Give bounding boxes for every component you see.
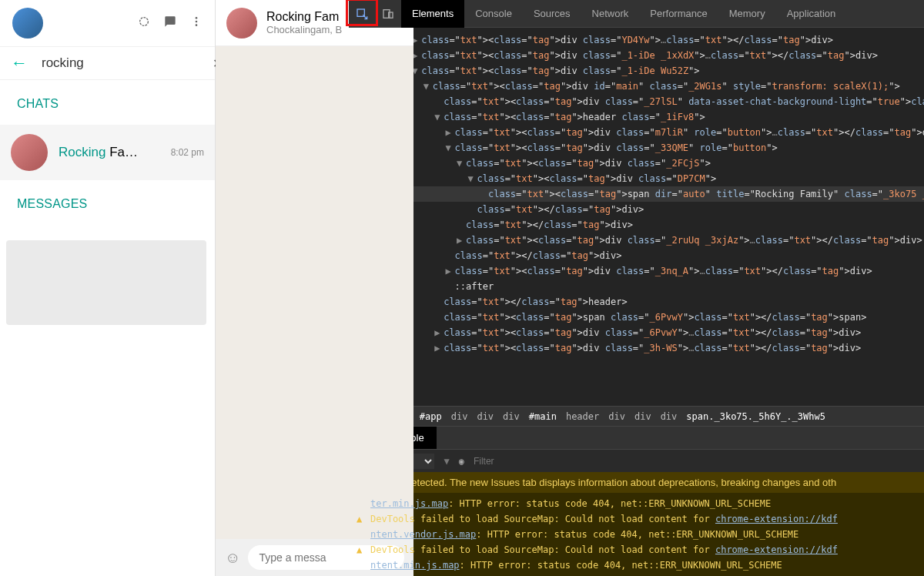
dom-line[interactable]: class="txt"></class="tag">header> [357, 294, 924, 310]
devtools-tab-network[interactable]: Network [581, 0, 640, 28]
wa-sidebar: ← ✕ CHATS Rocking Fa… 8:02 pm MESSAGES [0, 0, 216, 576]
dom-line[interactable]: class="txt"><class="tag">div class="_27l… [357, 94, 924, 109]
devtools-tab-sources[interactable]: Sources [523, 0, 581, 28]
wa-search-bar: ← ✕ [0, 46, 215, 80]
console-filter-input[interactable] [474, 456, 924, 467]
back-arrow-icon[interactable]: ← [11, 53, 28, 73]
dom-line[interactable]: ::after [357, 279, 924, 294]
dom-line[interactable]: ▼class="txt"><class="tag">div class="_33… [357, 140, 924, 156]
console-warning[interactable]: ntent.vendor.js.map: HTTP error: status … [349, 527, 924, 542]
dom-line[interactable]: class="txt"></class="tag">div> [357, 217, 924, 233]
whatsapp-panel: ← ✕ CHATS Rocking Fa… 8:02 pm MESSAGES R… [0, 0, 349, 576]
inspect-element-button[interactable] [349, 0, 375, 28]
wa-header [0, 0, 215, 46]
dom-tree[interactable]: ▶class="txt"><class="tag">div class="YD4… [349, 28, 924, 406]
issues-banner[interactable]: ▲ Issues detected. The new Issues tab di… [349, 472, 924, 493]
breadcrumb-item[interactable]: div [477, 411, 494, 422]
dom-line[interactable]: ▶class="txt"><class="tag">div class="_1-… [357, 48, 924, 63]
dom-line[interactable]: class="txt"><class="tag">span class="_6P… [357, 310, 924, 325]
devtools-tab-bar: ElementsConsoleSourcesNetworkPerformance… [349, 0, 924, 28]
dom-line[interactable]: ▶class="txt"><class="tag">div class="_3h… [357, 340, 924, 356]
dom-line[interactable]: ▼class="txt"><class="tag">div id="main" … [357, 79, 924, 94]
sourcemap-link[interactable]: chrome-extension://kdf [715, 514, 838, 524]
messages-section-label: MESSAGES [0, 180, 215, 225]
breadcrumb-item[interactable]: div [503, 411, 520, 422]
conversation-body[interactable] [216, 46, 413, 539]
user-avatar[interactable] [12, 8, 43, 39]
conversation-title: Rocking Fam [266, 10, 342, 24]
drawer-tab-bar: ⋮ Console [349, 426, 924, 449]
dom-line[interactable]: class="txt"></class="tag">div> [357, 248, 924, 263]
breadcrumb-item[interactable]: #main [529, 411, 557, 422]
breadcrumb-item[interactable]: div [661, 411, 678, 422]
status-icon[interactable] [138, 15, 150, 31]
wa-conversation: Rocking Fam Chockalingam, B ☺ [216, 0, 413, 576]
sourcemap-link[interactable]: ter.min.js.map [370, 498, 448, 509]
breadcrumb-item[interactable]: #app [420, 411, 442, 422]
live-expression-icon[interactable]: ◉ [459, 456, 464, 467]
svg-point-0 [140, 18, 149, 26]
dom-line[interactable]: ▶class="txt"><class="tag">div class="m7l… [357, 125, 924, 140]
breadcrumb-item[interactable]: span._3ko75._5h6Y_._3Whw5 [686, 411, 825, 422]
dom-line[interactable]: ▼class="txt"><class="tag">div class="_1-… [357, 63, 924, 79]
console-warning[interactable]: ▲DevTools failed to load SourceMap: Coul… [349, 542, 924, 558]
sourcemap-link[interactable]: chrome-extension://kdf [715, 544, 838, 555]
svg-point-2 [196, 21, 198, 23]
console-warning[interactable]: ntent.min.js.map: HTTP error: status cod… [349, 558, 924, 573]
emoji-icon[interactable]: ☺ [225, 549, 240, 567]
sourcemap-link[interactable]: ntent.min.js.map [370, 560, 460, 571]
breadcrumb-item[interactable]: div [451, 411, 468, 422]
console-warning[interactable]: ▲DevTools failed to load SourceMap: Coul… [349, 511, 924, 527]
devtools-tab-performance[interactable]: Performance [639, 0, 718, 28]
conversation-subtitle: Chockalingam, B [266, 24, 342, 35]
devtools-tab-elements[interactable]: Elements [401, 0, 464, 28]
dom-line[interactable]: ▶class="txt"><class="tag">div class="_3n… [357, 263, 924, 279]
dom-line[interactable]: ▶class="txt"><class="tag">div class="_6P… [357, 325, 924, 340]
message-preview-card[interactable] [6, 240, 206, 325]
svg-point-1 [196, 17, 198, 19]
console-messages[interactable]: ter.min.js.map: HTTP error: status code … [349, 493, 924, 576]
chat-name: Rocking Fa… [59, 145, 171, 160]
dom-line[interactable]: ▶class="txt"><class="tag">div class="_2r… [357, 233, 924, 248]
devtools-tab-memory[interactable]: Memory [718, 0, 776, 28]
dom-line[interactable]: class="txt"><class="tag">span dir="auto"… [357, 186, 924, 202]
breadcrumbs[interactable]: htmlbody#appdivdivdiv#mainheaderdivdivdi… [349, 406, 924, 426]
chats-section-label: CHATS [0, 80, 215, 125]
menu-icon[interactable] [190, 15, 203, 31]
breadcrumb-item[interactable]: div [608, 411, 625, 422]
dom-line[interactable]: ▶class="txt"><class="tag">div class="YD4… [357, 32, 924, 48]
toggle-device-button[interactable] [375, 0, 401, 28]
breadcrumb-item[interactable]: div [634, 411, 651, 422]
dom-line[interactable]: ▼class="txt"><class="tag">div class="_2F… [357, 156, 924, 171]
svg-point-3 [196, 24, 198, 26]
dom-line[interactable]: ▼class="txt"><class="tag">header class="… [357, 109, 924, 125]
dom-line[interactable]: ▼class="txt"><class="tag">div class="DP7… [357, 171, 924, 186]
sourcemap-link[interactable]: ntent.vendor.js.map [370, 529, 476, 540]
breadcrumb-item[interactable]: header [566, 411, 599, 422]
chat-time: 8:02 pm [171, 147, 204, 158]
search-input[interactable] [42, 55, 205, 71]
dom-line[interactable]: class="txt"></class="tag">div> [357, 202, 924, 217]
devtools-tab-console[interactable]: Console [464, 0, 523, 28]
chat-list-item[interactable]: Rocking Fa… 8:02 pm [0, 125, 215, 180]
console-warning[interactable]: ter.min.js.map: HTTP error: status code … [349, 496, 924, 511]
devtools-tab-application[interactable]: Application [776, 0, 847, 28]
issues-text: Issues detected. The new Issues tab disp… [374, 477, 836, 488]
chat-avatar [11, 134, 48, 171]
conversation-avatar [226, 8, 257, 39]
console-toolbar: ▣ ⊘ top ▼ ◉ Default levels ▾ [349, 449, 924, 472]
devtools-panel: ElementsConsoleSourcesNetworkPerformance… [349, 0, 924, 576]
new-chat-icon[interactable] [164, 15, 176, 31]
